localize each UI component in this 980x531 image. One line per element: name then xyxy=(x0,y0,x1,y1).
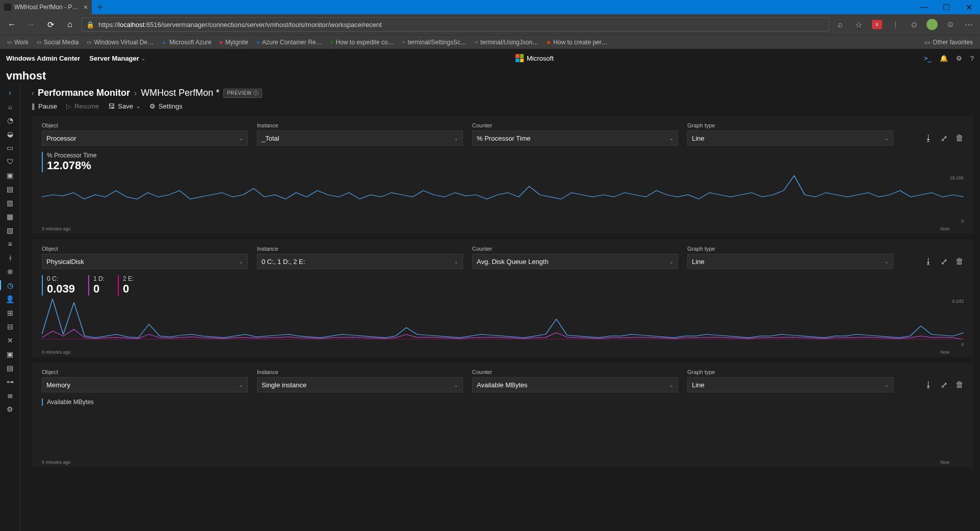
y-axis-max: 19.166 xyxy=(949,175,964,180)
counter-select[interactable]: Avg. Disk Queue Length⌄ xyxy=(472,254,678,269)
sidebar-item-overview[interactable]: ◔ xyxy=(0,113,20,127)
sidebar-search-icon[interactable]: ⌕ xyxy=(0,99,20,113)
sidebar-item-azure[interactable]: ◒ xyxy=(0,127,20,141)
wac-brand[interactable]: Windows Admin Center xyxy=(6,55,80,62)
counter-select[interactable]: Available MBytes⌄ xyxy=(472,377,678,392)
bookmark-item[interactable]: ▭Windows Virtual De… xyxy=(84,38,156,47)
chart-panel: Object Memory⌄ Instance Single instance⌄… xyxy=(32,363,974,467)
server-manager-menu[interactable]: Server Manager ⌄ xyxy=(89,55,145,62)
bookmark-item[interactable]: ▭Work xyxy=(4,38,32,47)
sidebar-item-users[interactable]: 👤 xyxy=(0,292,20,306)
instance-select[interactable]: 0 C:, 1 D:, 2 E:⌄ xyxy=(257,254,463,269)
back-button[interactable]: ← xyxy=(4,17,19,32)
expand-icon[interactable]: ⤢ xyxy=(941,257,947,267)
resume-button[interactable]: ▷Resume xyxy=(66,102,99,110)
x-axis-end: Now xyxy=(940,350,949,355)
settings-gear-icon[interactable]: ⚙ xyxy=(956,55,962,62)
help-icon[interactable]: ? xyxy=(970,55,974,62)
instance-select[interactable]: _Total⌄ xyxy=(257,130,463,146)
delete-icon[interactable]: 🗑 xyxy=(956,257,964,266)
browser-tab[interactable]: WMHost PerfMon - Performanc… × xyxy=(0,0,92,14)
address-bar[interactable]: 🔒 https://localhost:6516/servermanager/c… xyxy=(82,17,829,32)
sidebar-item-apps[interactable]: ⊕ xyxy=(0,264,20,278)
graphtype-select[interactable]: Line⌄ xyxy=(687,254,893,269)
expand-icon[interactable]: ⤢ xyxy=(941,380,947,390)
sidebar-item-firewall[interactable]: ᚼ xyxy=(0,251,20,264)
main-content[interactable]: ‹ Performance Monitor › WMHost PerfMon *… xyxy=(20,84,980,530)
feedback-icon[interactable]: ☺ xyxy=(943,17,958,32)
forward-button[interactable]: → xyxy=(23,17,39,32)
profile-avatar[interactable] xyxy=(925,17,939,32)
close-window-button[interactable]: ✕ xyxy=(958,0,980,14)
sidebar-item-roles[interactable]: ≣ xyxy=(0,388,20,402)
delete-icon[interactable]: 🗑 xyxy=(956,134,964,143)
sidebar-item-security[interactable]: 🛡 xyxy=(0,154,20,168)
settings-button[interactable]: ⚙Settings xyxy=(149,102,183,110)
tab-title: WMHost PerfMon - Performanc… xyxy=(14,4,81,11)
favorite-star-icon[interactable]: ☆ xyxy=(852,17,866,32)
sidebar-item-process[interactable]: ✕ xyxy=(0,333,20,347)
sidebar-item-dns[interactable]: ▦ xyxy=(0,209,20,223)
more-menu-icon[interactable]: ⋯ xyxy=(962,17,976,32)
download-icon[interactable]: ⭳ xyxy=(924,134,933,143)
counter-select[interactable]: % Processor Time⌄ xyxy=(472,130,678,146)
other-favorites[interactable]: ▭ Other favorites xyxy=(921,38,976,47)
chevron-down-icon: ⌄ xyxy=(669,382,674,388)
sidebar-item-packet[interactable]: ⊟ xyxy=(0,320,20,333)
sidebar-item-containers[interactable]: ▣ xyxy=(0,168,20,182)
object-select[interactable]: PhysicalDisk⌄ xyxy=(42,254,248,269)
download-icon[interactable]: ⭳ xyxy=(924,257,933,266)
breadcrumb-back-icon[interactable]: ‹ xyxy=(32,90,34,97)
maximize-button[interactable]: ☐ xyxy=(935,0,958,14)
instance-select[interactable]: Single instance⌄ xyxy=(257,377,463,392)
home-button[interactable]: ⌂ xyxy=(62,17,78,32)
chevron-down-icon: ⌄ xyxy=(239,382,243,388)
cloud-shell-icon[interactable]: >_ xyxy=(924,55,932,62)
new-tab-button[interactable]: + xyxy=(92,1,109,14)
save-button[interactable]: 🖫Save⌄ xyxy=(108,102,140,110)
preview-badge: PREVIEW ⓘ xyxy=(223,89,262,98)
expand-icon[interactable]: ⤢ xyxy=(941,134,947,143)
counter-label: Counter xyxy=(472,246,678,252)
tab-close-icon[interactable]: × xyxy=(84,3,88,11)
x-axis-start: 5 minutes ago xyxy=(42,460,71,465)
favorites-list-icon[interactable]: | xyxy=(888,17,902,32)
object-select[interactable]: Processor⌄ xyxy=(42,130,248,146)
object-select[interactable]: Memory⌄ xyxy=(42,377,248,392)
bookmark-item[interactable]: ○terminal/UsingJson… xyxy=(472,38,541,47)
bookmark-item[interactable]: ◆How to create per… xyxy=(544,38,611,47)
graphtype-select[interactable]: Line⌄ xyxy=(687,377,893,392)
sidebar-item-settings[interactable]: ⚙ xyxy=(0,402,20,416)
bookmark-item[interactable]: ○terminal/SettingsSc… xyxy=(399,38,470,47)
sidebar-expand-icon[interactable]: › xyxy=(0,86,20,99)
pause-button[interactable]: ‖Pause xyxy=(32,102,57,110)
sidebar-item-perfmon[interactable]: ◷ xyxy=(0,278,20,292)
sidebar-item-network[interactable]: ⊞ xyxy=(0,306,20,320)
graphtype-select[interactable]: Line⌄ xyxy=(687,130,893,146)
sidebar-item-dhcp[interactable]: ▥ xyxy=(0,196,20,209)
sidebar-item-powershell[interactable]: ▣ xyxy=(0,347,20,361)
notifications-icon[interactable]: 🔔 xyxy=(940,55,948,62)
refresh-button[interactable]: ⟳ xyxy=(43,17,58,32)
sidebar-item-list[interactable]: ≡ xyxy=(0,237,20,251)
breadcrumb-root[interactable]: Performance Monitor xyxy=(38,88,130,98)
search-icon[interactable]: ⌕ xyxy=(833,17,847,32)
sidebar-item-events[interactable]: ▧ xyxy=(0,223,20,237)
download-icon[interactable]: ⭳ xyxy=(924,380,933,389)
bookmark-icon: ▭ xyxy=(7,39,12,45)
bookmark-item[interactable]: ●Azure Container Re… xyxy=(253,38,325,47)
bookmark-item[interactable]: ▭Social Media xyxy=(34,38,82,47)
extension-badge[interactable]: 9 xyxy=(870,17,884,32)
bookmark-item[interactable]: ■How to expedite co… xyxy=(327,38,397,47)
minimize-button[interactable]: — xyxy=(913,0,935,14)
sidebar-item-devices[interactable]: ▤ xyxy=(0,182,20,196)
delete-icon[interactable]: 🗑 xyxy=(956,380,964,389)
metric-block: % Processor Time12.078% xyxy=(42,152,96,172)
sidebar-item-registry[interactable]: ▤ xyxy=(0,361,20,375)
sidebar-item-remote[interactable]: ⊶ xyxy=(0,375,20,388)
bookmark-item[interactable]: ■MyIgnite xyxy=(217,38,251,47)
bookmark-item[interactable]: ▲Microsoft Azure xyxy=(159,38,215,47)
bookmark-icon: ▭ xyxy=(87,39,91,45)
sidebar-item-books[interactable]: ▭ xyxy=(0,141,20,154)
favorites-icon[interactable]: ✩ xyxy=(907,17,921,32)
